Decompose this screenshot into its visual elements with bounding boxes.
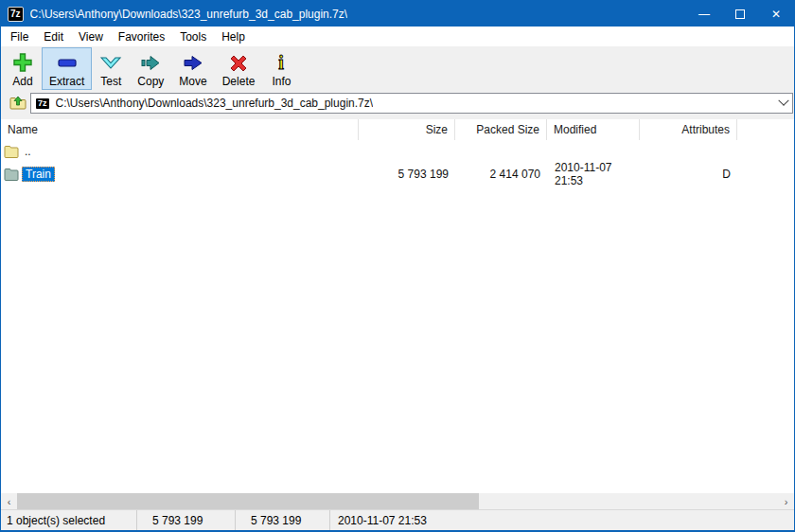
- folder-icon: [4, 167, 19, 182]
- menu-bar: File Edit View Favorites Tools Help: [1, 27, 794, 46]
- file-list: Name Size Packed Size Modified Attribute…: [1, 119, 794, 493]
- delete-button[interactable]: Delete: [215, 47, 263, 90]
- info-button[interactable]: i Info: [262, 47, 300, 90]
- window-title: C:\Users\Anthony\Downloads\323_unrefurb_…: [30, 8, 348, 21]
- move-label: Move: [179, 75, 206, 88]
- menu-tools[interactable]: Tools: [172, 28, 214, 45]
- extract-button[interactable]: Extract: [42, 47, 92, 90]
- status-bar: 1 object(s) selected 5 793 199 5 793 199…: [1, 509, 794, 530]
- file-name[interactable]: Train: [22, 167, 55, 182]
- svg-text:i: i: [279, 52, 285, 73]
- copy-button[interactable]: Copy: [130, 47, 171, 90]
- menu-file[interactable]: File: [3, 28, 36, 45]
- column-header-attributes[interactable]: Attributes: [640, 119, 737, 140]
- maximize-button[interactable]: [722, 1, 758, 27]
- column-header-size-label: Size: [426, 123, 448, 136]
- file-name[interactable]: ..: [22, 144, 34, 159]
- column-headers: Name Size Packed Size Modified Attribute…: [1, 119, 794, 140]
- add-plus-icon: [11, 51, 34, 74]
- title-bar: 7z C:\Users\Anthony\Downloads\323_unrefu…: [1, 1, 794, 27]
- add-button[interactable]: Add: [4, 47, 42, 90]
- window-controls: — ✕: [686, 1, 794, 27]
- 7zip-window: 7z C:\Users\Anthony\Downloads\323_unrefu…: [0, 0, 795, 532]
- test-check-icon: [99, 51, 122, 74]
- column-header-modified-label: Modified: [554, 123, 596, 136]
- copy-label: Copy: [137, 75, 164, 88]
- column-header-name[interactable]: Name: [1, 119, 359, 140]
- address-path: C:\Users\Anthony\Downloads\323_unrefurb_…: [56, 97, 374, 110]
- horizontal-scrollbar[interactable]: ‹ ›: [1, 493, 794, 509]
- minimize-icon: —: [698, 8, 710, 21]
- scroll-right-arrow-icon[interactable]: ›: [778, 493, 794, 509]
- delete-label: Delete: [222, 75, 256, 88]
- file-attributes: D: [640, 168, 737, 181]
- info-icon: i: [270, 51, 292, 74]
- column-header-packed-size[interactable]: Packed Size: [455, 119, 547, 140]
- minimize-button[interactable]: —: [686, 1, 722, 27]
- chevron-down-icon[interactable]: [778, 96, 788, 106]
- test-label: Test: [100, 75, 121, 88]
- status-selection-count: 1 object(s) selected: [1, 510, 137, 530]
- status-modified-date: 2010-11-07 21:53: [330, 510, 794, 530]
- parent-folder-button[interactable]: [5, 92, 30, 115]
- file-size: 5 793 199: [359, 168, 455, 181]
- copy-arrow-icon: [139, 51, 162, 74]
- column-header-attributes-label: Attributes: [681, 123, 730, 136]
- add-label: Add: [12, 75, 32, 88]
- info-label: Info: [272, 75, 291, 88]
- address-bar: 7z C:\Users\Anthony\Downloads\323_unrefu…: [1, 91, 794, 119]
- move-button[interactable]: Move: [171, 47, 214, 90]
- delete-x-icon: [227, 51, 250, 74]
- menu-edit[interactable]: Edit: [36, 28, 71, 45]
- folder-up-icon: [9, 93, 27, 114]
- close-icon: ✕: [771, 8, 781, 21]
- address-combobox[interactable]: 7z C:\Users\Anthony\Downloads\323_unrefu…: [30, 93, 793, 114]
- column-header-modified[interactable]: Modified: [547, 119, 640, 140]
- menu-help[interactable]: Help: [214, 28, 253, 45]
- file-packed-size: 2 414 070: [455, 168, 547, 181]
- toolbar: Add Extract Test Copy Move: [1, 46, 794, 91]
- file-modified: 2010-11-07 21:53: [547, 161, 640, 187]
- column-header-packed-size-label: Packed Size: [476, 123, 539, 136]
- menu-view[interactable]: View: [71, 28, 111, 45]
- test-button[interactable]: Test: [92, 47, 130, 90]
- column-header-name-label: Name: [8, 123, 38, 136]
- close-button[interactable]: ✕: [758, 1, 794, 27]
- maximize-icon: [735, 9, 745, 19]
- extract-label: Extract: [49, 75, 84, 88]
- column-header-size[interactable]: Size: [359, 119, 455, 140]
- status-selected-size: 5 793 199: [236, 510, 330, 530]
- scrollbar-thumb[interactable]: [17, 493, 479, 509]
- menu-favorites[interactable]: Favorites: [111, 28, 172, 45]
- extract-bar-icon: [56, 51, 79, 74]
- move-arrow-icon: [182, 51, 204, 74]
- table-row-parent-dir[interactable]: ..: [1, 142, 794, 161]
- app-7z-icon: 7z: [8, 7, 24, 22]
- column-header-filler: [737, 119, 794, 140]
- folder-icon: [4, 144, 19, 159]
- status-total-size: 5 793 199: [137, 510, 236, 530]
- table-row-train[interactable]: Train 5 793 199 2 414 070 2010-11-07 21:…: [1, 161, 794, 180]
- scroll-left-arrow-icon[interactable]: ‹: [1, 493, 17, 509]
- archive-7z-icon: 7z: [36, 98, 49, 109]
